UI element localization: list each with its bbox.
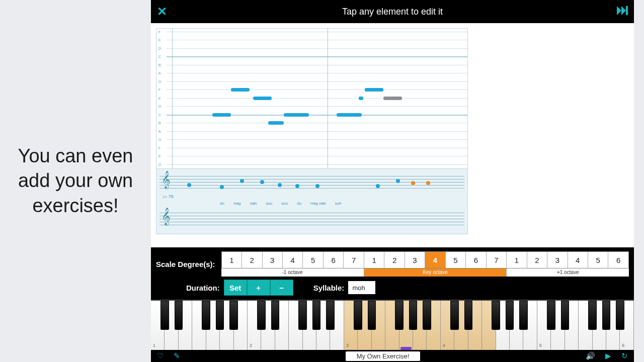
- pitch-label: A: [158, 129, 161, 133]
- black-key[interactable]: [506, 301, 514, 330]
- pitch-label: C: [158, 55, 161, 58]
- melody-note[interactable]: [268, 121, 284, 125]
- black-key[interactable]: [616, 301, 624, 330]
- pitch-label: D: [158, 162, 161, 166]
- scale-degree-cell[interactable]: 7: [344, 252, 364, 268]
- pitch-label: E: [158, 96, 161, 100]
- close-button[interactable]: ✕: [157, 5, 172, 19]
- syllable-input[interactable]: [348, 281, 375, 294]
- pitch-label: G: [158, 138, 161, 141]
- loop-icon[interactable]: ↻: [621, 351, 628, 360]
- black-key[interactable]: [202, 301, 210, 330]
- scale-degree-cell[interactable]: 2: [242, 252, 262, 268]
- scale-degree-cell[interactable]: 3: [547, 252, 568, 268]
- black-key[interactable]: [602, 301, 610, 330]
- black-key[interactable]: [298, 301, 306, 330]
- melody-note[interactable]: [337, 113, 361, 117]
- melody-note[interactable]: [212, 113, 231, 117]
- scale-degree-cell[interactable]: 4: [568, 252, 588, 268]
- titlebar: ✕ Tap any element to edit it: [151, 0, 634, 23]
- pitch-label: B: [158, 121, 161, 125]
- controls-bar: Scale Degree(s): 12345671234567123456 -1…: [151, 247, 634, 300]
- titlebar-title: Tap any element to edit it: [172, 7, 613, 17]
- pitch-chart[interactable]: FEDCBAGFEDCBAGFED: [156, 28, 468, 169]
- black-key[interactable]: [160, 301, 169, 330]
- editor-area: FEDCBAGFEDCBAGFED 𝄞 ♩= 75 domaynahsoosoo…: [151, 23, 634, 247]
- scale-degree-cell[interactable]: 5: [446, 252, 466, 268]
- scale-degree-cell[interactable]: 2: [384, 252, 405, 268]
- melody-note[interactable]: [383, 97, 402, 100]
- scale-degree-row: Scale Degree(s): 12345671234567123456 -1…: [156, 251, 629, 277]
- syllable-label: Syllable:: [313, 284, 345, 292]
- scale-degree-cell[interactable]: 4: [425, 252, 445, 268]
- scale-degree-cell[interactable]: 5: [303, 252, 323, 268]
- staff-upper: 𝄞: [159, 172, 464, 192]
- duration-label: Duration:: [186, 284, 220, 292]
- pitch-label: E: [158, 38, 161, 42]
- melody-note[interactable]: [284, 113, 308, 117]
- pitch-label: A: [158, 71, 161, 75]
- black-key[interactable]: [175, 301, 183, 330]
- melody-note[interactable]: [365, 88, 383, 92]
- scale-degree-cell[interactable]: 4: [283, 252, 303, 268]
- scale-degree-label: Scale Degree(s):: [156, 260, 215, 268]
- tempo-mark: ♩= 75: [163, 194, 464, 199]
- pitch-label: D: [158, 105, 161, 108]
- scale-degree-cell[interactable]: 5: [588, 252, 608, 268]
- scale-degree-cell[interactable]: 6: [324, 252, 344, 268]
- favorite-icon[interactable]: ♡: [157, 351, 164, 360]
- black-key[interactable]: [229, 301, 237, 330]
- black-key[interactable]: [561, 301, 569, 330]
- staff-syllables: domaynahsoosoodomay nahsoh: [159, 201, 464, 206]
- black-key[interactable]: [423, 301, 431, 330]
- bottom-bar: ♡ ✎ My Own Exercise! 🔊 ▶ ↻: [151, 350, 634, 362]
- scale-degree-cell[interactable]: 3: [263, 252, 283, 268]
- black-key[interactable]: [519, 301, 527, 330]
- octave-key-label: Key octave: [364, 268, 507, 277]
- pitch-label: E: [158, 154, 161, 158]
- play-icon[interactable]: ▶: [605, 351, 611, 360]
- piano-keyboard[interactable]: 123456: [151, 300, 634, 350]
- black-key[interactable]: [354, 301, 362, 330]
- black-key[interactable]: [588, 301, 596, 330]
- melody-note[interactable]: [231, 88, 250, 92]
- duration-plus-button[interactable]: +: [247, 280, 270, 296]
- scale-degree-cell[interactable]: 1: [364, 252, 384, 268]
- black-key[interactable]: [257, 301, 265, 330]
- black-key[interactable]: [409, 301, 417, 330]
- skip-forward-icon[interactable]: [613, 6, 628, 17]
- black-key[interactable]: [216, 301, 224, 330]
- exercise-title[interactable]: My Own Exercise!: [346, 351, 421, 361]
- staff-area[interactable]: 𝄞 ♩= 75 domaynahsoosoodomay nahsoh 𝄞: [156, 169, 468, 234]
- black-key[interactable]: [450, 301, 458, 330]
- black-key[interactable]: [312, 301, 320, 330]
- pitch-label: B: [158, 63, 161, 66]
- black-key[interactable]: [326, 301, 334, 330]
- black-key[interactable]: [271, 301, 279, 330]
- octave-plus-label: +1 octave: [507, 268, 629, 277]
- pitch-label: C: [158, 113, 161, 116]
- piano-playhead[interactable]: [400, 347, 412, 350]
- melody-note[interactable]: [253, 97, 272, 100]
- scale-degree-cell[interactable]: 3: [405, 252, 425, 268]
- black-key[interactable]: [492, 301, 500, 330]
- scale-degree-cell[interactable]: 1: [507, 252, 527, 268]
- scale-degree-cell[interactable]: 7: [487, 252, 507, 268]
- scale-degree-cell[interactable]: 2: [527, 252, 547, 268]
- pitch-label: F: [158, 30, 160, 34]
- scale-degree-cell[interactable]: 6: [608, 252, 628, 268]
- volume-icon[interactable]: 🔊: [586, 351, 595, 360]
- melody-note[interactable]: [359, 97, 363, 100]
- duration-minus-button[interactable]: −: [270, 280, 293, 296]
- duration-set-button[interactable]: Set: [224, 280, 247, 296]
- scale-degree-grid: 12345671234567123456: [221, 251, 629, 268]
- black-key[interactable]: [464, 301, 472, 330]
- edit-icon[interactable]: ✎: [174, 351, 180, 360]
- pitch-label: F: [158, 88, 160, 92]
- black-key[interactable]: [395, 301, 403, 330]
- black-key[interactable]: [368, 301, 376, 330]
- scale-degree-cell[interactable]: 6: [466, 252, 486, 268]
- scale-degree-cell[interactable]: 1: [222, 252, 242, 268]
- pitch-label: G: [158, 79, 161, 83]
- black-key[interactable]: [547, 301, 555, 330]
